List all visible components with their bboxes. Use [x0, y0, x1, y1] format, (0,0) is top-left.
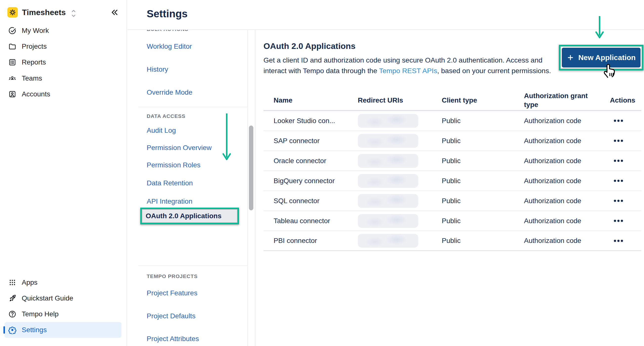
chevron-up-down-icon[interactable]: [70, 8, 77, 17]
sidebar-item-label: Tempo Help: [22, 310, 58, 318]
nav-item-data-retention[interactable]: Data Retention: [147, 179, 193, 188]
redirect-uri-redacted: [358, 194, 418, 208]
sidebar-item-tempo-help[interactable]: Tempo Help: [4, 306, 122, 322]
settings-nav: BULK ACTIONS Worklog Editor History Over…: [128, 30, 248, 346]
redirect-uri-cell: [358, 234, 442, 248]
app-name-cell: Tableau connector: [264, 217, 358, 225]
nav-item-permission-overview[interactable]: Permission Overview: [147, 143, 212, 152]
more-actions-button[interactable]: [610, 120, 641, 122]
sidebar-item-label: Accounts: [22, 90, 50, 98]
nav-item-project-defaults[interactable]: Project Defaults: [147, 312, 196, 320]
grant-type-cell: Authorization code: [524, 157, 610, 165]
oauth-applications-panel: OAuth 2.0 Applications Get a client ID a…: [255, 30, 644, 346]
active-indicator-bar: [4, 326, 5, 334]
nav-scrollbar-thumb[interactable]: [249, 126, 253, 210]
sidebar-item-label: Projects: [22, 43, 47, 51]
oauth-table-body: Looker Studio con... Public Authorizatio…: [264, 111, 641, 251]
oauth-applications-table: Name Redirect URIs Client type Authoriza…: [264, 91, 641, 251]
sidebar-item-teams[interactable]: Teams: [4, 71, 122, 86]
grant-type-cell: Authorization code: [524, 117, 610, 125]
row-actions-cell: [610, 120, 641, 122]
redirect-uri-cell: [358, 194, 442, 208]
client-type-cell: Public: [442, 197, 524, 205]
tempo-rest-apis-link[interactable]: Tempo REST APIs: [379, 67, 437, 75]
more-actions-button[interactable]: [610, 220, 641, 222]
redirect-uri-redacted: [358, 134, 418, 148]
redirect-uri-cell: [358, 114, 442, 128]
app-name-cell: BigQuery connector: [264, 177, 358, 185]
sidebar-item-accounts[interactable]: Accounts: [4, 86, 122, 102]
more-actions-button[interactable]: [610, 140, 641, 142]
gear-icon: [8, 326, 16, 334]
hand-cursor-icon: [602, 61, 617, 79]
nav-item-api-integration[interactable]: API Integration: [147, 197, 192, 206]
app-name-cell: Looker Studio con...: [264, 117, 358, 125]
plus-icon: [567, 54, 574, 61]
nav-item-permission-roles[interactable]: Permission Roles: [147, 161, 200, 170]
more-actions-button[interactable]: [610, 160, 641, 162]
rocket-icon: [8, 294, 16, 302]
sidebar-item-label: Settings: [22, 326, 47, 334]
nav-item-project-features[interactable]: Project Features: [147, 289, 197, 297]
more-actions-button[interactable]: [610, 200, 641, 202]
grant-type-cell: Authorization code: [524, 197, 610, 205]
nav-item-history[interactable]: History: [147, 65, 168, 74]
nav-item-label: OAuth 2.0 Applications: [146, 212, 222, 220]
client-type-cell: Public: [442, 117, 524, 125]
new-application-button[interactable]: New Application: [562, 48, 640, 68]
check-circle-icon: [8, 27, 16, 35]
annotation-box-new-application: New Application: [559, 45, 644, 71]
sidebar-item-my-work[interactable]: My Work: [4, 23, 122, 39]
sidebar-item-projects[interactable]: Projects: [4, 39, 122, 54]
double-chevron-left-icon[interactable]: [110, 8, 119, 17]
sidebar-item-quickstart-guide[interactable]: Quickstart Guide: [4, 290, 122, 306]
app-name-cell: Oracle connector: [264, 157, 358, 165]
content-body: BULK ACTIONS Worklog Editor History Over…: [128, 30, 644, 346]
nav-divider: [138, 107, 248, 107]
table-row: Tableau connector Public Authorization c…: [264, 211, 641, 231]
annotation-arrow-down-button: [594, 15, 605, 42]
grant-type-cell: Authorization code: [524, 237, 610, 245]
sidebar-item-apps[interactable]: Apps: [4, 275, 122, 290]
client-type-cell: Public: [442, 157, 524, 165]
column-header-name: Name: [264, 96, 358, 104]
nav-item-override-mode[interactable]: Override Mode: [147, 88, 192, 97]
redirect-uri-redacted: [358, 234, 418, 248]
sidebar-item-label: Apps: [22, 278, 38, 286]
grant-type-cell: Authorization code: [524, 137, 610, 145]
nav-item-project-attributes[interactable]: Project Attributes: [147, 334, 199, 343]
nav-section-tempo-projects: TEMPO PROJECTS: [147, 273, 198, 280]
sidebar-item-settings[interactable]: Settings: [4, 322, 122, 338]
app-name-cell: SAP connector: [264, 137, 358, 145]
sidebar-item-label: Quickstart Guide: [22, 294, 73, 302]
redirect-uri-cell: [358, 174, 442, 188]
person-badge-icon: [8, 90, 16, 98]
table-row: SAP connector Public Authorization code: [264, 131, 641, 151]
row-actions-cell: [610, 200, 641, 202]
sidebar-item-reports[interactable]: Reports: [4, 54, 122, 70]
more-actions-button[interactable]: [610, 180, 641, 182]
sidebar-header: Timesheets: [8, 6, 123, 19]
redirect-uri-redacted: [358, 154, 418, 168]
page-title: Settings: [147, 8, 188, 20]
column-header-client-type: Client type: [442, 96, 524, 104]
app-name-cell: PBI connector: [264, 237, 358, 245]
row-actions-cell: [610, 180, 641, 182]
row-actions-cell: [610, 240, 641, 242]
main-sidebar: Timesheets My Work: [0, 0, 127, 346]
table-header-row: Name Redirect URIs Client type Authoriza…: [264, 91, 641, 111]
nav-item-audit-log[interactable]: Audit Log: [147, 126, 176, 135]
report-list-icon: [8, 58, 16, 67]
table-row: PBI connector Public Authorization code: [264, 231, 641, 251]
more-actions-button[interactable]: [610, 240, 641, 242]
nav-divider: [138, 265, 248, 266]
row-actions-cell: [610, 140, 641, 142]
sidebar-item-label: Reports: [22, 58, 46, 66]
nav-item-worklog-editor[interactable]: Worklog Editor: [147, 42, 192, 51]
annotation-arrow-down-nav: [221, 112, 232, 164]
nav-item-oauth-applications[interactable]: OAuth 2.0 Applications: [142, 209, 238, 223]
tempo-logo-icon: [8, 7, 18, 18]
row-actions-cell: [610, 220, 641, 222]
column-header-grant-type: Authorization grant type: [524, 92, 610, 109]
table-row: SQL connector Public Authorization code: [264, 191, 641, 211]
